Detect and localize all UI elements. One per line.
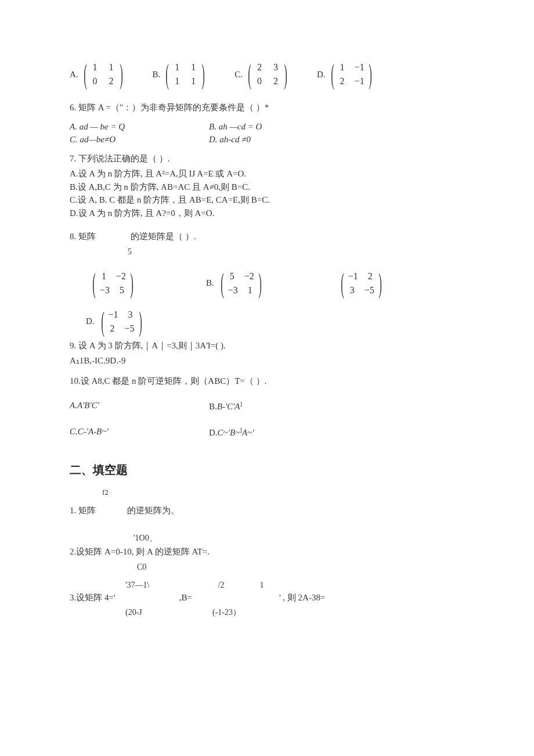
paren-right-icon: ) xyxy=(369,62,372,86)
f3-top-a: '37—1\ xyxy=(125,579,195,591)
q6-c: C. ad—be≠O xyxy=(70,133,209,146)
q10-stem: 10.设 A8,C 都是 n 阶可逆矩阵，则（ABC）T=（ ）. xyxy=(70,375,464,388)
paren-right-icon: ) xyxy=(284,62,287,86)
q10-a: A.A'B'C' xyxy=(70,399,209,413)
f2-line: 2.设矩阵 A=0-10, 则 A 的逆矩阵 AT=. xyxy=(70,545,464,559)
f3-mid: ,B= xyxy=(179,591,192,604)
q5-option-d: D. ( 1−1 2−1 ) xyxy=(317,60,375,88)
f1-stem: 1. 矩阵 的逆矩阵为。 xyxy=(70,504,464,517)
f3-top-c: 1 xyxy=(247,579,276,591)
paren-left-icon: ( xyxy=(166,62,169,86)
f3-line: 3.设矩阵 4=' ,B= ' , 则 2A-38= xyxy=(70,591,464,604)
q8-stem-pre: 8. 矩阵 xyxy=(70,230,96,243)
q5-b-label: B. xyxy=(153,68,161,81)
f2-bottom: C0 xyxy=(70,561,464,573)
paren-right-icon: ) xyxy=(130,271,134,295)
q10-c: C.C-'A-B~' xyxy=(70,425,209,440)
q9-options: A₁1B,-IC.9D.-9 xyxy=(70,354,464,368)
f1-top: f2 xyxy=(70,487,464,498)
q7-b: B.设 A,B,C 为 n 阶方阵, AB=AC 且 A≠0,则 B=C. xyxy=(70,181,464,194)
q5-options: A. ( 11 02 ) B. ( 11 11 ) C. ( 23 02 ) xyxy=(70,60,464,88)
q5-b-matrix: 11 11 xyxy=(172,60,199,88)
f3-toprow: '37—1\ /2 1 xyxy=(70,579,464,591)
q6-a: A. ad — be = Q xyxy=(70,120,209,134)
q5-option-a: A. ( 11 02 ) xyxy=(70,60,126,88)
q6-b: B. ah —cd = O xyxy=(209,120,262,134)
q10-b: B.B-'C'A] xyxy=(209,399,348,413)
q5-c-matrix: 23 02 xyxy=(254,60,281,88)
q8-option-b: B. ( 5−2 −31 ) xyxy=(206,269,265,297)
q5-c-label: C. xyxy=(234,68,243,81)
section-2-title: 二、填空题 xyxy=(70,461,464,478)
q8-option-a: ( 1−2 −35 ) xyxy=(86,269,136,297)
q7-a: A.设 A 为 n 阶方阵, 且 A²=A,贝 IJ A=E 或 A=O. xyxy=(70,167,464,181)
q8-d-matrix: −13 2−5 xyxy=(107,308,136,336)
paren-left-icon: ( xyxy=(101,309,104,333)
paren-left-icon: ( xyxy=(84,62,87,86)
f3-pre: 3.设矩阵 4=' xyxy=(70,591,116,604)
q8-option-d: D. ( −13 2−5 ) xyxy=(86,308,145,336)
paren-left-icon: ( xyxy=(341,271,344,295)
q8-b-matrix: 5−2 −31 xyxy=(227,269,255,297)
q10-options: A.A'B'C' B.B-'C'A] C.C-'A-B~' D.C~'B~]A~… xyxy=(70,393,464,445)
q6-d: D. ah-cd ≠0 xyxy=(209,133,262,146)
f3-bot-a: (20-J xyxy=(125,606,212,618)
q6-options: A. ad — be = Q C. ad—be≠O B. ah —cd = O … xyxy=(70,120,464,146)
q8-b-label: B. xyxy=(206,276,214,290)
f3-post: ' , 则 2A-38= xyxy=(279,591,326,604)
paren-right-icon: ) xyxy=(258,271,262,295)
q8-c-matrix: −12 3−5 xyxy=(347,269,376,297)
q7-c: C.设 A, B. C 都是 n 阶方阵，且 AB=E, CA=E,则 B=C. xyxy=(70,193,464,207)
q7-d: D.设 A 为 n 阶方阵, 且 A?=0，则 A=O. xyxy=(70,207,464,220)
f3-bot-b: (-1-23） xyxy=(212,606,282,618)
q8-option-c: ( −12 3−5 ) xyxy=(334,269,427,297)
paren-left-icon: ( xyxy=(221,271,224,295)
q8-a-matrix: 1−2 −35 xyxy=(99,269,127,297)
paren-right-icon: ) xyxy=(120,62,123,86)
q5-d-label: D. xyxy=(317,68,326,81)
q10-d: D.C~'B~]A~' xyxy=(209,425,348,440)
q6-stem: 6. 矩阵 A =（"：）为非奇异矩阵的充要条件是（ ）* xyxy=(70,101,464,114)
paren-left-icon: ( xyxy=(248,62,251,86)
q8-d-label: D. xyxy=(86,315,95,328)
q8-below: 5 xyxy=(70,246,464,258)
q8-stem-post: 的逆矩阵是（ ）. xyxy=(131,230,196,243)
q5-a-label: A. xyxy=(70,68,78,81)
q5-a-matrix: 11 02 xyxy=(90,60,117,88)
q7-stem: 7. 下列说法正确的是（ ）. xyxy=(70,152,464,165)
f3-botrow: (20-J (-1-23） xyxy=(70,606,464,618)
q8-stem: 8. 矩阵 的逆矩阵是（ ）. xyxy=(70,230,464,243)
paren-left-icon: ( xyxy=(92,271,96,295)
q9-stem: 9. 设 A 为 3 阶方阵,｜A｜=3,则｜3A'I=( ). xyxy=(70,339,464,352)
paren-right-icon: ) xyxy=(378,271,382,295)
q5-option-c: C. ( 23 02 ) xyxy=(234,60,290,88)
f3-top-b: /2 xyxy=(195,579,247,591)
q5-option-b: B. ( 11 11 ) xyxy=(153,60,208,88)
f1-post: 的逆矩阵为。 xyxy=(127,504,179,517)
paren-right-icon: ) xyxy=(139,309,142,333)
paren-left-icon: ( xyxy=(331,62,334,86)
f2-top: '1O0、 xyxy=(70,532,464,544)
q5-d-matrix: 1−1 2−1 xyxy=(337,60,366,88)
f1-pre: 1. 矩阵 xyxy=(70,504,96,517)
paren-right-icon: ) xyxy=(202,62,205,86)
q8-options: ( 1−2 −35 ) B. ( 5−2 −31 ) ( −12 3−5 ) xyxy=(86,269,464,336)
